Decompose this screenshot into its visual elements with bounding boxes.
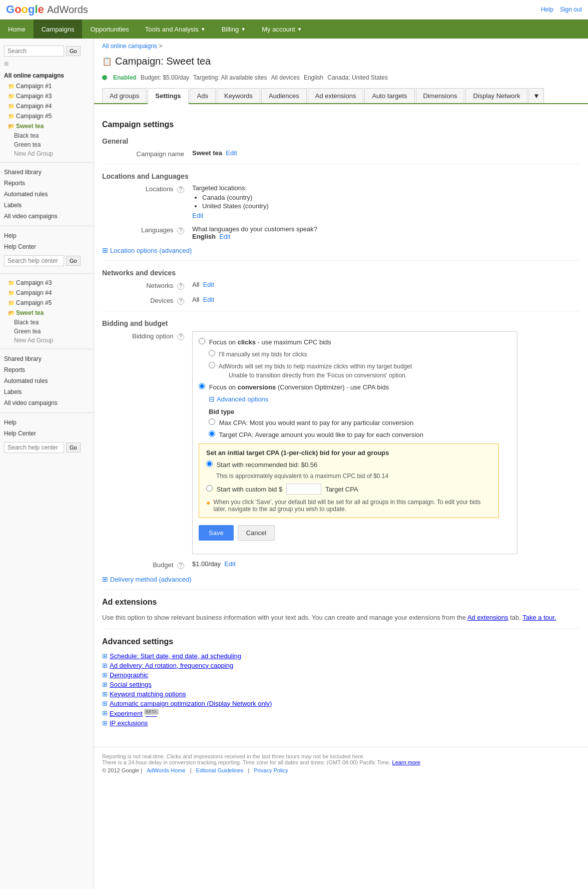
nav-tools[interactable]: Tools and Analysis ▼	[137, 20, 214, 39]
footer-adwords-home[interactable]: AdWords Home	[147, 767, 185, 773]
sidebar-item-sweettea[interactable]: 📂 Sweet tea	[0, 121, 94, 131]
tab-audiences[interactable]: Audiences	[261, 88, 307, 103]
bid-radio-clicks[interactable]	[199, 338, 205, 344]
sidebar-item2-campaign4[interactable]: 📁 Campaign #4	[0, 288, 94, 298]
tab-adgroups[interactable]: Ad groups	[102, 88, 147, 103]
adv-keyword[interactable]: ⊞ Keyword matching options	[102, 690, 580, 698]
sign-out-link[interactable]: Sign out	[560, 6, 582, 13]
sidebar-link2-video[interactable]: All video campaigns	[0, 397, 94, 408]
help-search-go-button[interactable]: Go	[66, 256, 81, 266]
sidebar-item2-campaign3[interactable]: 📁 Campaign #3	[0, 278, 94, 288]
footer-learn-more[interactable]: Learn more	[392, 759, 420, 765]
adext-tour-link[interactable]: Take a tour.	[522, 614, 556, 621]
help-search-input2[interactable]	[4, 442, 64, 453]
language-edit[interactable]: Edit	[219, 233, 230, 240]
sidebar-link2-automated[interactable]: Automated rules	[0, 375, 94, 386]
tab-autotargets[interactable]: Auto targets	[364, 88, 414, 103]
sidebar-sub-newadgroup[interactable]: New Ad Group	[0, 149, 94, 158]
bid-targetcpa-label[interactable]: Target CPA: Average amount you would lik…	[209, 431, 423, 438]
sidebar-help-center[interactable]: Help Center	[0, 241, 94, 252]
adv-keyword-link[interactable]: Keyword matching options	[110, 690, 186, 698]
sidebar-sub-greentea[interactable]: Green tea	[0, 140, 94, 149]
tab-more[interactable]: ▼	[528, 88, 544, 103]
adv-schedule[interactable]: ⊞ Schedule: Start date, end date, ad sch…	[102, 652, 580, 660]
sidebar-item-campaign3[interactable]: 📁 Campaign #3	[0, 91, 94, 101]
bid-maxcpa-label[interactable]: Max CPA: Most you would want to pay for …	[209, 419, 413, 426]
sidebar-link2-labels[interactable]: Labels	[0, 386, 94, 397]
sidebar-item2-sweettea[interactable]: 📂 Sweet tea	[0, 308, 94, 318]
sidebar-sub2-blacktea[interactable]: Black tea	[0, 318, 94, 327]
footer-privacy[interactable]: Privacy Policy	[254, 767, 288, 773]
sidebar-sub2-greentea[interactable]: Green tea	[0, 327, 94, 336]
adext-tab-link[interactable]: Ad extensions	[467, 614, 508, 621]
advanced-options-link[interactable]: ⊟ Advanced options	[209, 395, 511, 403]
sidebar-link-shared[interactable]: Shared library	[0, 167, 94, 178]
bid-option-clicks-label[interactable]: Focus on clicks - use maximum CPC bids	[199, 338, 331, 346]
networks-edit[interactable]: Edit	[203, 281, 214, 288]
nav-account[interactable]: My account ▼	[254, 20, 310, 39]
sidebar-link2-shared[interactable]: Shared library	[0, 353, 94, 364]
adv-ip[interactable]: ⊞ IP exclusions	[102, 719, 580, 727]
bid-radio-conversions[interactable]	[199, 383, 205, 389]
all-campaigns-label[interactable]: All online campaigns	[0, 68, 94, 81]
budget-help-icon[interactable]: ?	[177, 562, 184, 569]
tab-dimensions[interactable]: Dimensions	[416, 88, 465, 103]
sidebar-link-reports[interactable]: Reports	[0, 178, 94, 189]
adv-experiment-link[interactable]: ExperimentBETA	[110, 709, 159, 717]
save-button[interactable]: Save	[199, 525, 234, 541]
cpa-radio-recommended[interactable]	[206, 461, 213, 467]
sidebar-help2[interactable]: Help	[0, 417, 94, 428]
networks-help-icon[interactable]: ?	[177, 283, 184, 290]
nav-home[interactable]: Home	[0, 20, 34, 39]
sidebar-item2-campaign5[interactable]: 📁 Campaign #5	[0, 298, 94, 308]
cpa-custom-label[interactable]: Start with custom bid $	[206, 485, 282, 493]
devices-help-icon[interactable]: ?	[177, 298, 184, 305]
tab-keywords[interactable]: Keywords	[217, 88, 260, 103]
nav-billing[interactable]: Billing ▼	[214, 20, 254, 39]
sidebar-sub-blacktea[interactable]: Black tea	[0, 131, 94, 140]
help-search-input[interactable]	[4, 255, 64, 266]
locations-help-icon[interactable]: ?	[177, 186, 184, 193]
cpa-recommended-label[interactable]: Start with recommended bid: $0.56	[206, 461, 317, 469]
bid-adwords-label[interactable]: AdWords will set my bids to help maximiz…	[209, 363, 412, 370]
search-input[interactable]	[4, 46, 64, 57]
tab-adextensions[interactable]: Ad extensions	[308, 88, 364, 103]
cpa-radio-custom[interactable]	[206, 485, 213, 492]
location-advanced-link[interactable]: ⊞ Location options (advanced)	[102, 246, 580, 254]
bid-radio-maxcpa[interactable]	[209, 418, 215, 425]
delivery-advanced-link[interactable]: ⊞ Delivery method (advanced)	[102, 575, 580, 583]
adv-delivery-link[interactable]: Ad delivery: Ad rotation, frequency capp…	[110, 662, 233, 669]
footer-editorial[interactable]: Editorial Guidelines	[196, 767, 244, 773]
tab-displaynetwork[interactable]: Display Network	[465, 88, 527, 103]
adv-schedule-link[interactable]: Schedule: Start date, end date, ad sched…	[110, 652, 241, 660]
breadcrumb-all-campaigns[interactable]: All online campaigns	[102, 43, 157, 50]
adv-demo-link[interactable]: Demographic	[110, 671, 148, 679]
bid-radio-manually[interactable]	[209, 350, 215, 356]
sidebar-expand[interactable]: ⊞	[0, 60, 94, 68]
adv-delivery[interactable]: ⊞ Ad delivery: Ad rotation, frequency ca…	[102, 662, 580, 669]
cancel-button[interactable]: Cancel	[238, 525, 275, 541]
nav-opportunities[interactable]: Opportunities	[82, 20, 137, 39]
adv-social[interactable]: ⊞ Social settings	[102, 681, 580, 688]
sidebar-help-center2[interactable]: Help Center	[0, 428, 94, 439]
languages-help-icon[interactable]: ?	[177, 227, 184, 234]
locations-edit[interactable]: Edit	[192, 212, 203, 219]
bid-radio-adwords[interactable]	[209, 362, 215, 368]
sidebar-item-campaign4[interactable]: 📁 Campaign #4	[0, 101, 94, 111]
sidebar-sub2-newadgroup[interactable]: New Ad Group	[0, 336, 94, 345]
sidebar-link2-reports[interactable]: Reports	[0, 364, 94, 375]
sidebar-item-campaign5[interactable]: 📁 Campaign #5	[0, 111, 94, 121]
sidebar-help[interactable]: Help	[0, 230, 94, 241]
adv-auto-link[interactable]: Automatic campaign optimization (Display…	[110, 700, 272, 707]
sidebar-link-labels[interactable]: Labels	[0, 200, 94, 211]
nav-campaigns[interactable]: Campaigns	[34, 20, 83, 39]
budget-edit[interactable]: Edit	[224, 560, 235, 568]
adv-auto[interactable]: ⊞ Automatic campaign optimization (Displ…	[102, 700, 580, 707]
bidding-help-icon[interactable]: ?	[177, 333, 184, 340]
cpa-custom-input[interactable]	[286, 484, 321, 495]
sidebar-item-campaign1[interactable]: 📁 Campaign #1	[0, 81, 94, 91]
help-link[interactable]: Help	[541, 6, 553, 13]
help-search-go-button2[interactable]: Go	[66, 442, 81, 453]
bid-manually-label[interactable]: I'll manually set my bids for clicks	[209, 351, 307, 358]
search-go-button[interactable]: Go	[66, 46, 81, 56]
